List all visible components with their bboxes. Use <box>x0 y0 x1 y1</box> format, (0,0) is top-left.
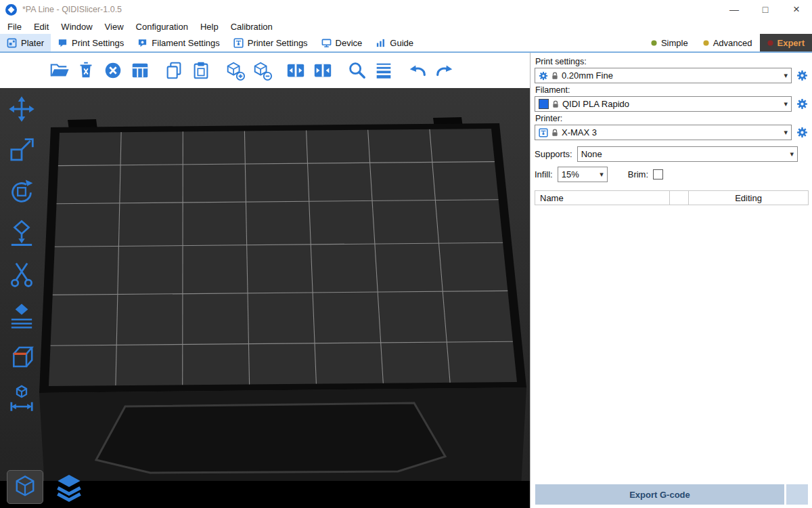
gear-icon <box>539 71 548 81</box>
simple-mode-dot-icon <box>651 40 657 46</box>
delete-object-button[interactable] <box>74 57 97 84</box>
split-objects-button[interactable] <box>284 57 307 84</box>
add-instance-button[interactable] <box>223 57 246 84</box>
filament-combo[interactable]: QIDI PLA Rapido ▾ <box>535 96 792 112</box>
layers-preview-button[interactable] <box>50 470 88 504</box>
chevron-down-icon: ▾ <box>600 170 604 179</box>
open-project-button[interactable] <box>47 57 70 84</box>
split-parts-icon <box>313 60 333 81</box>
menu-calibration[interactable]: Calibration <box>225 19 279 34</box>
printer-combo[interactable]: X-MAX 3 ▾ <box>535 125 792 140</box>
undo-arrow-icon <box>407 60 428 81</box>
mode-advanced[interactable]: Advanced <box>696 34 760 51</box>
redo-button[interactable] <box>433 57 456 84</box>
undo-button[interactable] <box>406 57 429 84</box>
scissors-icon <box>7 260 36 289</box>
tab-plater[interactable]: Plater <box>0 34 51 51</box>
copy-button[interactable] <box>162 57 185 84</box>
menu-edit[interactable]: Edit <box>28 19 55 34</box>
mode-expert[interactable]: Expert <box>760 34 812 51</box>
place-on-face-tool-button[interactable] <box>5 217 38 249</box>
minimize-button[interactable]: — <box>719 0 750 19</box>
infill-value: 15% <box>562 169 579 179</box>
seam-tool-button[interactable] <box>5 300 38 331</box>
measure-tool-button[interactable] <box>5 341 38 373</box>
arrange-button[interactable] <box>129 57 152 84</box>
tab-device[interactable]: Device <box>315 34 369 51</box>
menu-view[interactable]: View <box>99 19 130 34</box>
printer-gear-button[interactable] <box>795 126 809 140</box>
3d-cube-icon <box>12 473 39 501</box>
cut-tool-button[interactable] <box>5 259 38 290</box>
print-settings-combo[interactable]: 0.20mm Fine ▾ <box>535 68 792 83</box>
split-parts-button[interactable] <box>311 57 334 84</box>
guide-icon <box>376 38 386 48</box>
tab-print-settings[interactable]: Print Settings <box>51 34 131 51</box>
tab-guide-label: Guide <box>390 38 413 48</box>
column-spacer <box>669 190 689 205</box>
tab-guide[interactable]: Guide <box>369 34 420 51</box>
infill-label: Infill: <box>535 169 553 179</box>
gear-icon <box>796 127 808 138</box>
column-name[interactable]: Name <box>535 190 670 205</box>
export-gcode-button[interactable]: Export G-code <box>535 484 784 505</box>
paste-button[interactable] <box>189 57 212 84</box>
remove-instance-icon <box>252 60 272 81</box>
scale-icon <box>7 136 36 165</box>
layer-height-icon <box>374 60 394 81</box>
dimensions-icon <box>7 384 36 412</box>
mode-switcher: Simple Advanced Expert <box>644 34 812 51</box>
scale-tool-button[interactable] <box>5 135 38 166</box>
lock-icon <box>552 100 559 108</box>
remove-instance-button[interactable] <box>250 57 273 84</box>
layers-icon <box>53 471 85 503</box>
menu-file[interactable]: File <box>1 19 28 34</box>
export-options-button[interactable] <box>786 484 808 505</box>
close-button[interactable]: × <box>781 0 812 19</box>
menu-help[interactable]: Help <box>194 19 225 34</box>
filament-gear-button[interactable] <box>795 98 809 111</box>
plater-toolbar <box>0 53 530 88</box>
search-button[interactable] <box>345 57 368 84</box>
move-tool-button[interactable] <box>5 93 38 125</box>
chevron-down-icon: ▾ <box>790 150 794 158</box>
variable-layer-height-button[interactable] <box>372 57 395 84</box>
menu-configuration[interactable]: Configuration <box>130 19 194 34</box>
seam-icon <box>7 301 36 330</box>
tab-printer-settings[interactable]: Printer Settings <box>227 34 315 51</box>
arrange-grid-icon <box>130 60 150 81</box>
tab-device-label: Device <box>336 38 363 48</box>
3d-canvas[interactable] <box>0 88 530 508</box>
advanced-mode-dot-icon <box>703 40 709 46</box>
tab-filament-settings[interactable]: Filament Settings <box>131 34 226 51</box>
print-settings-gear-button[interactable] <box>795 69 809 83</box>
delete-all-button[interactable] <box>102 57 125 84</box>
plater-icon <box>7 38 17 48</box>
print-settings-value: 0.20mm Fine <box>562 70 613 81</box>
printer-settings-icon <box>233 38 244 48</box>
app-logo-icon <box>5 4 17 16</box>
dimensions-tool-button[interactable] <box>5 383 38 414</box>
rotate-icon <box>7 177 36 206</box>
column-editing[interactable]: Editing <box>688 190 809 205</box>
device-icon <box>321 38 332 48</box>
gear-icon <box>796 70 808 81</box>
menu-bar: File Edit Window View Configuration Help… <box>0 19 812 34</box>
infill-combo[interactable]: 15% ▾ <box>558 167 608 182</box>
mode-simple[interactable]: Simple <box>644 34 696 51</box>
print-bed-scene <box>0 88 530 508</box>
gizmo-toolbar <box>5 93 38 414</box>
tab-plater-label: Plater <box>21 38 44 48</box>
mode-expert-label: Expert <box>777 38 805 48</box>
editor-3d-view-button[interactable] <box>7 470 43 504</box>
supports-combo[interactable]: None ▾ <box>577 146 798 162</box>
maximize-button[interactable]: □ <box>750 0 781 19</box>
menu-window[interactable]: Window <box>55 19 98 34</box>
print-settings-label: Print settings: <box>535 57 809 66</box>
brim-checkbox[interactable] <box>653 169 663 179</box>
delete-all-icon <box>103 60 123 81</box>
rotate-tool-button[interactable] <box>5 176 38 207</box>
object-list-body[interactable] <box>535 205 809 483</box>
brim-label: Brim: <box>628 169 648 179</box>
tab-printer-settings-label: Printer Settings <box>248 38 308 48</box>
